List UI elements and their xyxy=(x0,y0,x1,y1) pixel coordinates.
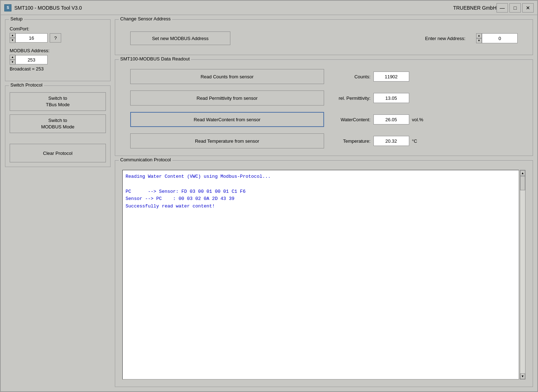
change-sensor-address-label: Change Sensor Address xyxy=(119,16,172,21)
address-down-arrow[interactable]: ▼ xyxy=(476,38,482,43)
temperature-row: Temperature: °C xyxy=(324,133,518,148)
permittivity-label: rel. Permittivity: xyxy=(324,95,371,101)
app-icon: S xyxy=(4,4,11,11)
tbus-mode-button[interactable]: Switch toTBus Mode xyxy=(10,92,106,111)
watercontent-value[interactable] xyxy=(373,114,409,124)
modbus-address-field: MODBUS Address: ▲ ▼ Broadcast = 253 xyxy=(10,48,106,72)
comport-down-arrow[interactable]: ▼ xyxy=(10,38,15,43)
comport-field: ComPort: ▲ ▼ ? xyxy=(10,26,106,43)
comm-log: Reading Water Content (VWC) using Modbus… xyxy=(122,170,519,379)
data-readout-group: SMT100-MODBUS Data Readout Read Counts f… xyxy=(115,59,533,156)
scroll-up-button[interactable]: ▲ xyxy=(520,170,525,176)
setup-group: Setup ComPort: ▲ ▼ ? xyxy=(5,19,111,81)
watercontent-label: WaterContent: xyxy=(324,117,371,122)
broadcast-text: Broadcast = 253 xyxy=(10,66,106,72)
modbus-spinner: ▲ ▼ xyxy=(10,55,48,65)
change-sensor-address-group: Change Sensor Address Set new MODBUS Add… xyxy=(115,19,533,55)
title-bar: S SMT100 - MODBUS Tool V3.0 TRUEBNER Gmb… xyxy=(1,1,537,15)
setup-label: Setup xyxy=(9,16,24,21)
counts-label: Counts: xyxy=(324,74,371,79)
comm-protocol-label: Communication Protocol xyxy=(119,157,172,162)
permittivity-row: rel. Permittivity: xyxy=(324,90,518,106)
address-inner: Set new MODBUS Address Enter new Address… xyxy=(119,31,528,45)
read-counts-button[interactable]: Read Counts from sensor xyxy=(130,69,324,84)
counts-value[interactable] xyxy=(373,72,409,82)
new-address-input[interactable] xyxy=(482,33,518,43)
permittivity-value[interactable] xyxy=(373,93,409,103)
comport-label: ComPort: xyxy=(10,26,106,31)
temperature-unit: °C xyxy=(412,138,417,144)
modbus-up-arrow[interactable]: ▲ xyxy=(10,55,15,60)
data-readout-label: SMT100-MODBUS Data Readout xyxy=(119,56,191,62)
modbus-address-input[interactable] xyxy=(15,55,48,64)
app-name: TRUEBNER GmbH xyxy=(453,5,497,11)
comport-up-arrow[interactable]: ▲ xyxy=(10,33,15,38)
modbus-down-arrow[interactable]: ▼ xyxy=(10,60,15,65)
address-spinner: ▲ ▼ xyxy=(476,33,482,43)
main-content: Setup ComPort: ▲ ▼ ? xyxy=(1,15,537,391)
minimize-button[interactable]: — xyxy=(497,3,508,13)
read-temperature-button[interactable]: Read Temperature from sensor xyxy=(130,133,324,148)
comm-inner: Reading Water Content (VWC) using Modbus… xyxy=(119,167,528,382)
read-watercontent-button[interactable]: Read WaterContent from sensor xyxy=(130,112,324,127)
modbus-address-label: MODBUS Address: xyxy=(10,48,106,53)
watercontent-unit: vol.% xyxy=(412,117,424,122)
window-controls: — □ ✕ xyxy=(497,3,534,13)
main-window: S SMT100 - MODBUS Tool V3.0 TRUEBNER Gmb… xyxy=(0,0,538,392)
left-panel: Setup ComPort: ▲ ▼ ? xyxy=(5,19,111,387)
clear-protocol-button[interactable]: Clear Protocol xyxy=(10,144,106,162)
switch-protocol-label: Switch Protocol xyxy=(9,82,44,88)
scroll-track[interactable] xyxy=(520,176,525,373)
counts-row: Counts: xyxy=(324,69,518,84)
scroll-thumb[interactable] xyxy=(520,176,525,190)
switch-protocol-group: Switch Protocol Switch toTBus Mode Switc… xyxy=(5,85,111,167)
maximize-button[interactable]: □ xyxy=(509,3,521,13)
watercontent-row: WaterContent: vol.% xyxy=(324,112,518,127)
comm-protocol-group: Communication Protocol Reading Water Con… xyxy=(115,160,533,387)
question-button[interactable]: ? xyxy=(50,33,61,43)
temperature-value[interactable] xyxy=(373,136,409,146)
vertical-scrollbar[interactable]: ▲ ▼ xyxy=(520,170,525,379)
modbus-mode-button[interactable]: Switch toMODBUS Mode xyxy=(10,114,106,133)
read-permittivity-button[interactable]: Read Permittivity from sensor xyxy=(130,90,324,106)
close-button[interactable]: ✕ xyxy=(522,3,534,13)
window-title: SMT100 - MODBUS Tool V3.0 xyxy=(14,5,425,11)
address-input-group: ▲ ▼ xyxy=(476,33,518,43)
temperature-label: Temperature: xyxy=(324,138,371,144)
right-panel: Change Sensor Address Set new MODBUS Add… xyxy=(115,19,533,387)
set-modbus-address-button[interactable]: Set new MODBUS Address xyxy=(130,31,230,45)
comport-input[interactable] xyxy=(15,33,48,43)
address-up-arrow[interactable]: ▲ xyxy=(476,33,482,38)
comport-spinner: ▲ ▼ xyxy=(10,33,48,43)
enter-address-label: Enter new Address: xyxy=(425,36,465,41)
scroll-down-button[interactable]: ▼ xyxy=(520,373,525,379)
readout-values-col: Counts: rel. Permittivity: WaterContent:… xyxy=(324,69,518,148)
readout-buttons-col: Read Counts from sensor Read Permittivit… xyxy=(130,69,324,148)
readout-sections: Read Counts from sensor Read Permittivit… xyxy=(119,66,528,151)
